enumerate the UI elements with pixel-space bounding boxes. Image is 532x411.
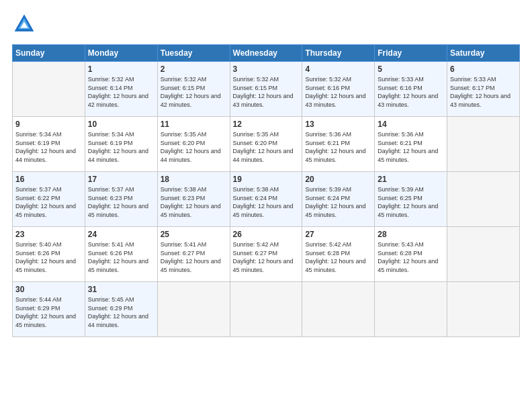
day-number: 19 [233, 175, 300, 184]
day-info: Sunrise: 5:41 AMSunset: 6:26 PMDaylight:… [88, 241, 148, 273]
day-info: Sunrise: 5:33 AMSunset: 6:17 PMDaylight:… [450, 76, 511, 108]
day-info: Sunrise: 5:34 AMSunset: 6:19 PMDaylight:… [15, 131, 76, 163]
day-number: 18 [161, 175, 227, 184]
calendar-cell: 21Sunrise: 5:39 AMSunset: 6:25 PMDayligh… [375, 172, 447, 227]
day-info: Sunrise: 5:42 AMSunset: 6:27 PMDaylight:… [233, 241, 294, 273]
calendar-cell: 27Sunrise: 5:42 AMSunset: 6:28 PMDayligh… [302, 227, 375, 282]
week-row-3: 16Sunrise: 5:37 AMSunset: 6:22 PMDayligh… [13, 172, 520, 227]
day-info: Sunrise: 5:32 AMSunset: 6:14 PMDaylight:… [88, 76, 148, 108]
day-number: 17 [88, 175, 154, 184]
calendar-table: SundayMondayTuesdayWednesdayThursdayFrid… [12, 44, 520, 337]
calendar-cell [230, 282, 302, 337]
day-number: 26 [233, 230, 300, 239]
calendar-cell: 3Sunrise: 5:32 AMSunset: 6:15 PMDaylight… [230, 62, 302, 117]
calendar-cell [447, 172, 520, 227]
calendar-cell: 4Sunrise: 5:32 AMSunset: 6:16 PMDaylight… [302, 62, 375, 117]
column-header-sunday: Sunday [13, 45, 85, 62]
day-number: 13 [305, 120, 371, 129]
day-number: 25 [161, 230, 227, 239]
calendar-cell: 13Sunrise: 5:36 AMSunset: 6:21 PMDayligh… [302, 117, 375, 172]
day-info: Sunrise: 5:34 AMSunset: 6:19 PMDaylight:… [88, 131, 148, 163]
column-header-wednesday: Wednesday [230, 45, 302, 62]
day-info: Sunrise: 5:45 AMSunset: 6:29 PMDaylight:… [88, 296, 148, 328]
calendar-cell: 24Sunrise: 5:41 AMSunset: 6:26 PMDayligh… [85, 227, 157, 282]
calendar-cell [447, 227, 520, 282]
day-info: Sunrise: 5:32 AMSunset: 6:16 PMDaylight:… [305, 76, 365, 108]
week-row-1: 1Sunrise: 5:32 AMSunset: 6:14 PMDaylight… [13, 62, 520, 117]
day-info: Sunrise: 5:44 AMSunset: 6:29 PMDaylight:… [15, 296, 76, 328]
page-header [12, 12, 520, 36]
calendar-cell: 20Sunrise: 5:39 AMSunset: 6:24 PMDayligh… [302, 172, 375, 227]
day-info: Sunrise: 5:35 AMSunset: 6:20 PMDaylight:… [233, 131, 294, 163]
calendar-cell: 30Sunrise: 5:44 AMSunset: 6:29 PMDayligh… [13, 282, 85, 337]
day-number: 30 [15, 285, 82, 294]
calendar-cell [447, 282, 520, 337]
day-number: 27 [305, 230, 371, 239]
day-info: Sunrise: 5:35 AMSunset: 6:20 PMDaylight:… [161, 131, 221, 163]
day-number: 21 [378, 175, 444, 184]
day-number: 12 [233, 120, 300, 129]
day-number: 4 [305, 64, 371, 74]
calendar-cell [375, 282, 447, 337]
logo [12, 12, 40, 36]
calendar-cell: 10Sunrise: 5:34 AMSunset: 6:19 PMDayligh… [85, 117, 157, 172]
column-header-thursday: Thursday [302, 45, 375, 62]
day-number: 11 [161, 120, 227, 129]
day-number: 28 [378, 230, 444, 239]
calendar-cell: 5Sunrise: 5:33 AMSunset: 6:16 PMDaylight… [375, 62, 447, 117]
calendar-cell: 23Sunrise: 5:40 AMSunset: 6:26 PMDayligh… [13, 227, 85, 282]
day-info: Sunrise: 5:43 AMSunset: 6:28 PMDaylight:… [378, 241, 438, 273]
day-info: Sunrise: 5:41 AMSunset: 6:27 PMDaylight:… [161, 241, 221, 273]
column-header-saturday: Saturday [447, 45, 520, 62]
calendar-cell: 26Sunrise: 5:42 AMSunset: 6:27 PMDayligh… [230, 227, 302, 282]
calendar-cell [447, 117, 520, 172]
calendar-cell: 19Sunrise: 5:38 AMSunset: 6:24 PMDayligh… [230, 172, 302, 227]
calendar-header-row: SundayMondayTuesdayWednesdayThursdayFrid… [13, 45, 520, 62]
week-row-4: 23Sunrise: 5:40 AMSunset: 6:26 PMDayligh… [13, 227, 520, 282]
day-number: 3 [233, 64, 300, 74]
day-info: Sunrise: 5:33 AMSunset: 6:16 PMDaylight:… [378, 76, 438, 108]
day-info: Sunrise: 5:37 AMSunset: 6:22 PMDaylight:… [15, 186, 76, 218]
calendar-cell [13, 62, 85, 117]
calendar-cell: 14Sunrise: 5:36 AMSunset: 6:21 PMDayligh… [375, 117, 447, 172]
calendar-cell: 18Sunrise: 5:38 AMSunset: 6:23 PMDayligh… [157, 172, 230, 227]
day-number: 16 [15, 175, 82, 184]
week-row-5: 30Sunrise: 5:44 AMSunset: 6:29 PMDayligh… [13, 282, 520, 337]
calendar-cell: 6Sunrise: 5:33 AMSunset: 6:17 PMDaylight… [447, 62, 520, 117]
calendar-cell: 9Sunrise: 5:34 AMSunset: 6:19 PMDaylight… [13, 117, 85, 172]
day-number: 9 [15, 120, 82, 129]
column-header-friday: Friday [375, 45, 447, 62]
calendar-cell: 16Sunrise: 5:37 AMSunset: 6:22 PMDayligh… [13, 172, 85, 227]
day-number: 5 [378, 64, 444, 74]
day-number: 14 [378, 120, 444, 129]
day-number: 6 [450, 64, 517, 74]
day-number: 23 [15, 230, 82, 239]
calendar-cell: 2Sunrise: 5:32 AMSunset: 6:15 PMDaylight… [157, 62, 230, 117]
calendar-cell [302, 282, 375, 337]
calendar-cell: 28Sunrise: 5:43 AMSunset: 6:28 PMDayligh… [375, 227, 447, 282]
day-number: 24 [88, 230, 154, 239]
day-number: 31 [88, 285, 154, 294]
day-info: Sunrise: 5:39 AMSunset: 6:25 PMDaylight:… [378, 186, 438, 218]
day-info: Sunrise: 5:38 AMSunset: 6:23 PMDaylight:… [161, 186, 221, 218]
calendar-cell: 17Sunrise: 5:37 AMSunset: 6:23 PMDayligh… [85, 172, 157, 227]
page-container: SundayMondayTuesdayWednesdayThursdayFrid… [0, 0, 532, 344]
day-info: Sunrise: 5:36 AMSunset: 6:21 PMDaylight:… [305, 131, 365, 163]
day-info: Sunrise: 5:42 AMSunset: 6:28 PMDaylight:… [305, 241, 365, 273]
day-number: 20 [305, 175, 371, 184]
day-info: Sunrise: 5:39 AMSunset: 6:24 PMDaylight:… [305, 186, 365, 218]
column-header-monday: Monday [85, 45, 157, 62]
calendar-cell: 31Sunrise: 5:45 AMSunset: 6:29 PMDayligh… [85, 282, 157, 337]
day-info: Sunrise: 5:40 AMSunset: 6:26 PMDaylight:… [15, 241, 76, 273]
day-info: Sunrise: 5:36 AMSunset: 6:21 PMDaylight:… [378, 131, 438, 163]
day-info: Sunrise: 5:32 AMSunset: 6:15 PMDaylight:… [161, 76, 221, 108]
day-info: Sunrise: 5:37 AMSunset: 6:23 PMDaylight:… [88, 186, 148, 218]
calendar-cell: 11Sunrise: 5:35 AMSunset: 6:20 PMDayligh… [157, 117, 230, 172]
calendar-cell [157, 282, 230, 337]
week-row-2: 9Sunrise: 5:34 AMSunset: 6:19 PMDaylight… [13, 117, 520, 172]
day-number: 1 [88, 64, 154, 74]
day-info: Sunrise: 5:32 AMSunset: 6:15 PMDaylight:… [233, 76, 294, 108]
calendar-cell: 25Sunrise: 5:41 AMSunset: 6:27 PMDayligh… [157, 227, 230, 282]
logo-icon [12, 12, 36, 36]
day-info: Sunrise: 5:38 AMSunset: 6:24 PMDaylight:… [233, 186, 294, 218]
